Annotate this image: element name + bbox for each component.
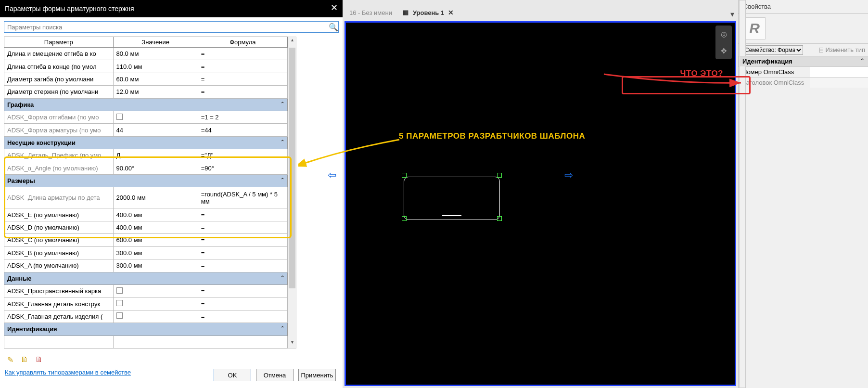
table-row[interactable]: Длина и смещение отгиба в ко80.0 мм= [4, 48, 288, 60]
cell-name[interactable]: ADSK_Деталь_Префикс (по умо [4, 149, 114, 162]
scroll-down-icon[interactable]: ▾ [288, 339, 296, 348]
family-selector[interactable]: Семейство: Форма ар [742, 45, 803, 55]
collapse-icon[interactable]: ⌃ [860, 58, 864, 63]
cell-value[interactable] [113, 310, 198, 323]
cell-value[interactable] [113, 285, 198, 297]
prop-value[interactable] [810, 78, 868, 88]
ok-button[interactable]: OK [214, 369, 251, 381]
cell-formula[interactable]: =round(ADSK_A / 5 мм) * 5 мм [198, 187, 287, 208]
group-row[interactable]: Графика⌃ [4, 98, 288, 111]
cell-value[interactable]: 90.00° [113, 162, 198, 174]
table-row[interactable]: ADSK_Форма арматуры (по умо44=44 [4, 124, 288, 136]
cell-value[interactable] [113, 111, 198, 124]
tab-active[interactable]: ▦ Уровень 1 ✕ [398, 6, 459, 19]
cell-value[interactable]: 44 [113, 124, 198, 136]
cell-value[interactable]: 60.0 мм [113, 73, 198, 85]
close-tab-icon[interactable]: ✕ [448, 9, 454, 16]
group-row[interactable]: Идентификация⌃ [4, 323, 288, 336]
cell-name[interactable]: ADSK_A (по умолчанию) [4, 259, 114, 272]
cell-formula[interactable]: = [198, 60, 287, 73]
table-row[interactable]: ADSK_B (по умолчанию)300.0 мм= [4, 246, 288, 259]
cell-name[interactable]: ADSK_Главная деталь конструк [4, 297, 114, 310]
edit-type-button[interactable]: ⌸ Изменить тип [817, 46, 868, 53]
cell-value[interactable]: 400.0 мм [113, 221, 198, 233]
nav-hand-icon[interactable]: ✥ [721, 47, 727, 55]
new-file-icon[interactable]: 🗎 [19, 354, 30, 365]
table-row[interactable]: ADSK_Главная деталь конструк= [4, 297, 288, 310]
nav-wheel-icon[interactable]: ◎ [721, 30, 727, 39]
col-value[interactable]: Значение [113, 37, 198, 48]
table-row[interactable]: Длина отгиба в конце (по умол110.0 мм= [4, 60, 288, 73]
search-icon[interactable]: 🔍 [329, 23, 338, 32]
grid-scrollbar[interactable]: ▴ ▾ [288, 37, 296, 349]
table-row[interactable]: ADSK_A (по умолчанию)300.0 мм= [4, 259, 288, 272]
cell-formula[interactable]: = [198, 86, 287, 98]
cell-formula[interactable]: ="Д" [198, 149, 287, 162]
pencil-icon[interactable]: ✎ [5, 354, 15, 365]
navigation-widget[interactable]: ◎ ✥ [715, 26, 732, 59]
cell-formula[interactable]: =1 = 2 [198, 111, 287, 124]
prop-value[interactable] [810, 67, 868, 77]
apply-button[interactable]: Применить [298, 369, 336, 381]
cell-name[interactable]: ADSK_Форма арматуры (по умо [4, 124, 114, 136]
checkbox-icon[interactable] [116, 287, 123, 294]
tabs-overflow-icon[interactable]: ▾ [727, 10, 738, 19]
cell-value[interactable]: 2000.0 мм [113, 187, 198, 208]
cell-name[interactable]: ADSK_B (по умолчанию) [4, 246, 114, 259]
drawing-canvas[interactable]: ◎ ✥ ⇦ ⇨ ЧТО ЭТО? 5 ПАРАМЕТРОВ РАЗРАБТЧ [345, 21, 736, 386]
cell-formula[interactable]: = [198, 285, 287, 297]
cell-formula[interactable]: = [198, 259, 287, 272]
table-row[interactable]: ADSK_α_Angle (по умолчанию)90.00°=90° [4, 162, 288, 174]
cell-formula[interactable]: =44 [198, 124, 287, 136]
help-link[interactable]: Как управлять типоразмерами в семействе [0, 369, 136, 382]
cell-name[interactable]: Длина и смещение отгиба в ко [4, 48, 114, 60]
cell-name[interactable]: ADSK_E (по умолчанию) [4, 208, 114, 221]
cell-formula[interactable]: = [198, 208, 287, 221]
cell-value[interactable]: 110.0 мм [113, 60, 198, 73]
cell-value[interactable]: 80.0 мм [113, 48, 198, 60]
table-row[interactable]: Диаметр стержня (по умолчани12.0 мм= [4, 86, 288, 98]
cell-name[interactable]: Длина отгиба в конце (по умол [4, 60, 114, 73]
cell-value[interactable]: 400.0 мм [113, 208, 198, 221]
prop-row[interactable]: Заголовок OmniClass [739, 77, 868, 88]
group-row[interactable]: Размеры⌃ [4, 175, 288, 187]
cell-formula[interactable]: = [198, 246, 287, 259]
cell-formula[interactable]: = [198, 48, 287, 60]
scroll-up-icon[interactable]: ▴ [288, 37, 296, 46]
table-row[interactable]: Диаметр загиба (по умолчани60.0 мм= [4, 73, 288, 85]
cell-value[interactable]: Д [113, 149, 198, 162]
tab-inactive[interactable]: 16 - Без имени [345, 6, 397, 19]
checkbox-icon[interactable] [116, 114, 123, 120]
cell-formula[interactable]: = [198, 73, 287, 85]
table-row[interactable]: ADSK_Длина арматуры по дета2000.0 мм=rou… [4, 187, 288, 208]
table-row[interactable]: ADSK_Форма отгибами (по умо=1 = 2 [4, 111, 288, 124]
cell-name[interactable]: ADSK_Длина арматуры по дета [4, 187, 114, 208]
table-row[interactable] [4, 336, 288, 348]
delete-file-icon[interactable]: 🗎 [34, 354, 44, 365]
cell-name[interactable]: ADSK_Главная деталь изделия ( [4, 310, 114, 323]
group-row[interactable]: Данные⌃ [4, 272, 288, 285]
props-group-ident[interactable]: Идентификация ⌃ [739, 56, 868, 66]
prop-row[interactable]: Номер OmniClass [739, 66, 868, 77]
cell-formula[interactable]: = [198, 234, 287, 246]
table-row[interactable]: ADSK_D (по умолчанию)400.0 мм= [4, 221, 288, 233]
scroll-thumb[interactable] [289, 48, 295, 288]
cell-formula[interactable]: =90° [198, 162, 287, 174]
search-input[interactable] [4, 24, 329, 31]
table-row[interactable]: ADSK_Пространственный карка= [4, 285, 288, 297]
cell-name[interactable]: ADSK_D (по умолчанию) [4, 221, 114, 233]
col-formula[interactable]: Формула [198, 37, 287, 48]
cell-value[interactable] [113, 297, 198, 310]
cell-name[interactable]: ADSK_Пространственный карка [4, 285, 114, 297]
cell-name[interactable]: ADSK_Форма отгибами (по умо [4, 111, 114, 124]
cell-name[interactable]: Диаметр стержня (по умолчани [4, 86, 114, 98]
cell-value[interactable]: 300.0 мм [113, 259, 198, 272]
table-row[interactable]: ADSK_Деталь_Префикс (по умоД="Д" [4, 149, 288, 162]
cell-value[interactable]: 600.0 мм [113, 234, 198, 246]
group-row[interactable]: Несущие конструкции⌃ [4, 136, 288, 149]
cell-formula[interactable]: = [198, 221, 287, 233]
checkbox-icon[interactable] [116, 312, 123, 319]
cell-value[interactable]: 300.0 мм [113, 246, 198, 259]
table-row[interactable]: ADSK_Главная деталь изделия (= [4, 310, 288, 323]
close-icon[interactable]: ✕ [331, 2, 338, 13]
